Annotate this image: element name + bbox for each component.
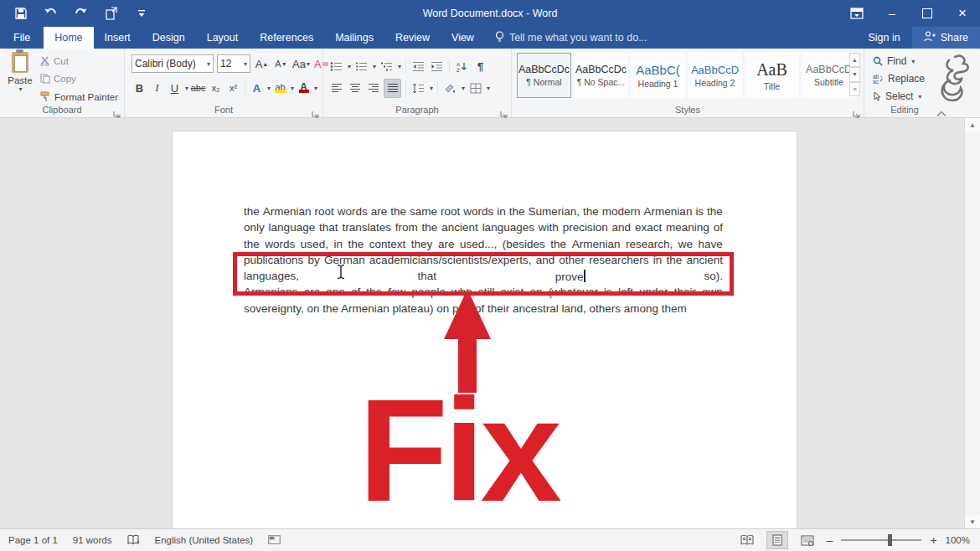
find-button[interactable]: Find▾ xyxy=(873,55,915,67)
tab-insert[interactable]: Insert xyxy=(94,27,142,49)
page-indicator[interactable]: Page 1 of 1 xyxy=(8,535,58,545)
tab-file[interactable]: File xyxy=(0,27,44,49)
bold-button[interactable]: B xyxy=(132,80,147,97)
style-subtitle[interactable]: AaBbCcD Subtitle xyxy=(802,53,856,98)
tell-me-label: Tell me what you want to do... xyxy=(509,32,647,44)
style-heading2[interactable]: AaBbCcD Heading 2 xyxy=(688,53,742,98)
cut-button[interactable]: Cut xyxy=(40,56,69,66)
align-right-button[interactable] xyxy=(365,80,381,97)
shading-button[interactable] xyxy=(442,80,458,97)
tab-review[interactable]: Review xyxy=(384,27,441,49)
ribbon-display-options-icon[interactable] xyxy=(839,0,874,27)
proofing-icon[interactable] xyxy=(127,534,140,547)
styles-gallery-more-icon[interactable]: ≡ xyxy=(849,82,860,96)
share-button[interactable]: Share xyxy=(912,27,980,49)
format-painter-button[interactable]: Format Painter xyxy=(40,91,118,102)
tab-view[interactable]: View xyxy=(441,27,485,49)
text-line[interactable]: onlylanguagethattranslatesfromtheancient… xyxy=(244,221,723,237)
customize-qat-icon[interactable] xyxy=(132,4,151,23)
scroll-up-icon[interactable]: ▲ xyxy=(965,118,980,132)
replace-icon: abac xyxy=(873,74,884,84)
language-indicator[interactable]: English (United States) xyxy=(155,535,254,545)
align-center-button[interactable] xyxy=(347,80,363,97)
font-dialog-launcher[interactable] xyxy=(312,106,320,115)
replace-button[interactable]: abac Replace xyxy=(873,73,925,85)
paste-button[interactable]: Paste ▾ xyxy=(5,52,35,104)
superscript-button[interactable]: x² xyxy=(225,80,241,97)
decrease-indent-button[interactable] xyxy=(410,58,426,75)
increase-indent-button[interactable] xyxy=(429,58,445,75)
style-title[interactable]: AaB Title xyxy=(745,53,799,98)
font-name-combo[interactable]: Calibri (Body)▾ xyxy=(132,54,214,73)
sign-in-button[interactable]: Sign in xyxy=(856,27,911,49)
underline-button[interactable]: U xyxy=(167,80,183,97)
text-line[interactable]: theArmenianrootwordsarethesamerootwordsi… xyxy=(244,205,723,221)
style-no-spacing[interactable]: AaBbCcDc ¶ No Spac... xyxy=(574,53,628,98)
quick-access-toolbar xyxy=(0,4,151,23)
maximize-button[interactable] xyxy=(910,0,945,27)
style-heading2-label: Heading 2 xyxy=(695,78,735,88)
multilevel-list-button[interactable] xyxy=(379,58,395,75)
line-spacing-button[interactable] xyxy=(410,80,426,97)
underline-dropdown-icon[interactable]: ▾ xyxy=(185,85,188,92)
shrink-font-button[interactable]: A▼ xyxy=(273,55,289,73)
grow-font-button[interactable]: A▲ xyxy=(254,55,270,73)
copy-button[interactable]: Copy xyxy=(40,74,76,84)
zoom-slider-thumb[interactable] xyxy=(888,534,892,546)
bullets-button[interactable] xyxy=(328,58,344,75)
styles-scroll-down-icon[interactable]: ▼ xyxy=(849,67,860,81)
word: with xyxy=(539,221,559,237)
tab-home[interactable]: Home xyxy=(44,27,93,49)
minimize-button[interactable]: – xyxy=(874,0,910,27)
save-icon[interactable] xyxy=(12,4,30,23)
align-left-button[interactable] xyxy=(328,80,344,97)
highlight-color-bar xyxy=(275,90,286,93)
word-count[interactable]: 91 words xyxy=(73,535,112,545)
print-layout-button[interactable] xyxy=(766,531,788,549)
justify-button[interactable] xyxy=(384,79,401,98)
highlight-color-button[interactable]: ab xyxy=(272,80,288,97)
styles-scroll-up-icon[interactable]: ▲ xyxy=(849,53,860,67)
close-button[interactable]: × xyxy=(945,0,980,27)
tab-mailings[interactable]: Mailings xyxy=(324,27,384,49)
italic-button[interactable]: I xyxy=(149,80,165,97)
sort-button[interactable]: AZ xyxy=(454,58,470,75)
zoom-out-button[interactable]: – xyxy=(827,533,833,547)
select-button[interactable]: Select▾ xyxy=(873,90,921,102)
undo-icon[interactable] xyxy=(42,4,60,23)
paragraph-dialog-launcher[interactable] xyxy=(500,106,508,115)
text-effects-button[interactable]: A xyxy=(249,80,265,97)
clipboard-dialog-launcher[interactable] xyxy=(113,106,121,115)
borders-button[interactable] xyxy=(467,80,483,97)
subscript-button[interactable]: x₂ xyxy=(208,80,224,97)
tab-layout[interactable]: Layout xyxy=(196,27,250,49)
tab-design[interactable]: Design xyxy=(142,27,196,49)
strikethrough-button[interactable]: abc xyxy=(190,80,206,97)
keyboard-icon[interactable] xyxy=(268,535,281,546)
redo-icon[interactable] xyxy=(72,4,90,23)
styles-dialog-launcher[interactable] xyxy=(853,106,861,115)
zoom-in-button[interactable]: + xyxy=(930,533,936,547)
style-normal[interactable]: AaBbCcDc ¶ Normal xyxy=(517,53,571,98)
change-case-button[interactable]: Aa▾ xyxy=(292,55,310,73)
scroll-down-icon[interactable]: ▼ xyxy=(965,515,980,529)
word: the xyxy=(509,205,525,221)
word: same xyxy=(410,205,437,221)
tab-references[interactable]: References xyxy=(249,27,324,49)
text-line[interactable]: thewordsused,inthecontexttheyareused...,… xyxy=(244,238,723,254)
touch-mouse-mode-icon[interactable] xyxy=(102,4,121,23)
style-heading1[interactable]: AaBbC( Heading 1 xyxy=(631,53,685,98)
zoom-slider[interactable] xyxy=(841,539,921,541)
zoom-level[interactable]: 100% xyxy=(946,535,970,545)
show-hide-pilcrow-button[interactable]: ¶ xyxy=(472,58,488,75)
font-size-combo[interactable]: 12▾ xyxy=(217,54,250,73)
vertical-scrollbar[interactable]: ▲ ▼ xyxy=(964,118,980,529)
paste-dropdown-icon[interactable]: ▾ xyxy=(18,85,22,93)
cut-label: Cut xyxy=(54,56,69,66)
font-color-button[interactable]: A xyxy=(296,80,312,97)
web-layout-button[interactable] xyxy=(797,531,818,549)
font-group-label: Font xyxy=(125,105,322,115)
numbering-button[interactable] xyxy=(353,58,369,75)
read-mode-button[interactable] xyxy=(736,531,758,549)
tell-me-box[interactable]: Tell me what you want to do... xyxy=(485,27,658,49)
